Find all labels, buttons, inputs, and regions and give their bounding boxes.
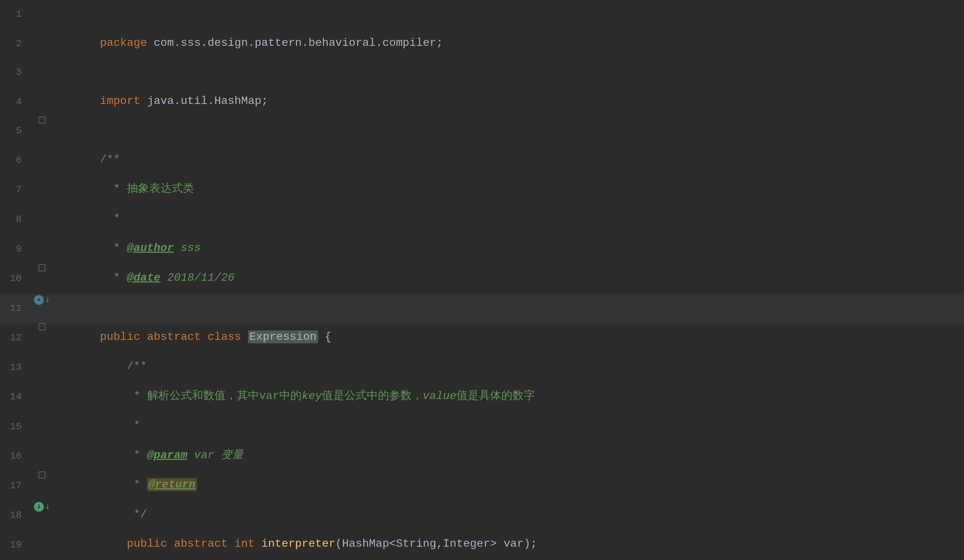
line-number-10: 10: [0, 264, 31, 293]
line-number-13: 13: [0, 353, 31, 382]
code-line-16: 16 * @return: [0, 442, 964, 471]
line-number-11: 11: [0, 294, 31, 323]
code-line-11: 11 ● ↓ public abstract class Expression …: [0, 294, 964, 323]
fold-icon-10[interactable]: −: [39, 264, 46, 271]
code-content-19: }: [52, 531, 964, 560]
line-number-4: 4: [0, 88, 31, 117]
code-line-6: 6 * 抽象表达式类: [0, 146, 964, 175]
line-number-9: 9: [0, 235, 31, 263]
line-number-16: 16: [0, 442, 31, 471]
gutter-5[interactable]: −: [31, 117, 52, 123]
code-line-12: 12 − /**: [0, 323, 964, 353]
code-line-9: 9 * @date 2018/11/26: [0, 235, 964, 264]
code-line-5: 5 − /**: [0, 117, 964, 146]
code-line-17: 17 − */: [0, 471, 964, 501]
fold-icon-12[interactable]: −: [39, 323, 46, 330]
line-number-15: 15: [0, 412, 31, 441]
line-number-14: 14: [0, 383, 31, 411]
line-number-19: 19: [0, 531, 31, 559]
gutter-12[interactable]: −: [31, 323, 52, 330]
code-line-8: 8 * @author sss: [0, 205, 964, 234]
breakpoint-info-icon-18[interactable]: i: [34, 502, 44, 512]
line-number-12: 12: [0, 323, 31, 352]
line-number-1: 1: [0, 0, 31, 29]
code-line-19: 19 }: [0, 531, 964, 560]
code-line-4: 4: [0, 88, 964, 117]
fold-icon-17[interactable]: −: [39, 471, 46, 479]
code-line-13: 13 * 解析公式和数值，其中var中的key值是公式中的参数，value值是具…: [0, 353, 964, 383]
line-number-17: 17: [0, 471, 31, 500]
line-number-7: 7: [0, 176, 31, 205]
code-line-10: 10 − */: [0, 264, 964, 294]
code-editor: 1 package com.sss.design.pattern.behavio…: [0, 0, 964, 560]
line-number-2: 2: [0, 29, 31, 58]
gutter-11[interactable]: ● ↓: [31, 294, 52, 306]
line-number-3: 3: [0, 58, 31, 87]
gutter-18[interactable]: i ↓: [31, 501, 52, 513]
line-number-8: 8: [0, 205, 31, 234]
code-line-2: 2: [0, 29, 964, 58]
code-line-3: 3 import java.util.HashMap;: [0, 58, 964, 88]
breakpoint-icon-11[interactable]: ●: [34, 295, 44, 305]
gutter-17[interactable]: −: [31, 471, 52, 479]
line-number-6: 6: [0, 146, 31, 175]
code-line-18: 18 i ↓ public abstract int interpreter(H…: [0, 501, 964, 530]
code-line-1: 1 package com.sss.design.pattern.behavio…: [0, 0, 964, 29]
code-line-7: 7 *: [0, 176, 964, 205]
line-number-18: 18: [0, 501, 31, 529]
line-number-5: 5: [0, 117, 31, 145]
code-line-15: 15 * @param var 变量: [0, 412, 964, 442]
fold-icon-5[interactable]: −: [39, 117, 46, 123]
gutter-10[interactable]: −: [31, 264, 52, 271]
code-line-14: 14 *: [0, 383, 964, 412]
